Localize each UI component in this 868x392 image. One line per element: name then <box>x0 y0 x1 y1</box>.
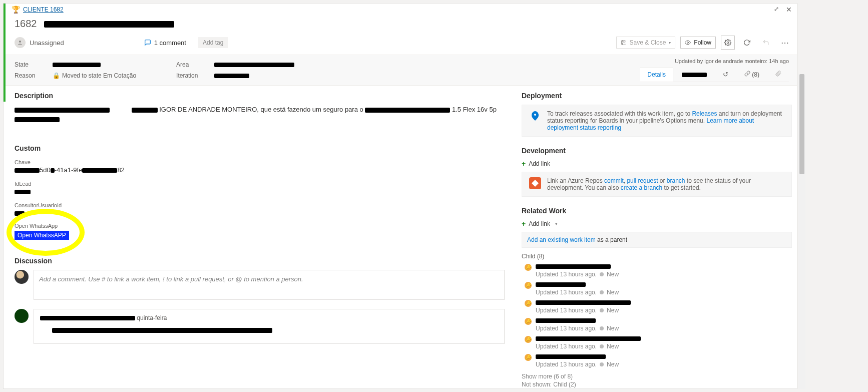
breadcrumb-link[interactable]: CLIENTE 1682 <box>23 6 64 13</box>
more-actions-button[interactable]: ⋯ <box>778 36 792 50</box>
svg-point-1 <box>687 42 689 44</box>
child-title[interactable] <box>536 263 619 270</box>
iteration-field[interactable]: Iteration <box>176 72 294 79</box>
consultor-value[interactable] <box>15 209 505 217</box>
open-whatsapp-highlight: Open WhatssApp Open WhatssAPP <box>15 217 85 245</box>
scrollbar[interactable] <box>798 74 805 389</box>
work-item-tabs: Details ↺ (8) <box>640 67 789 82</box>
key-icon: 🔑 <box>525 300 532 307</box>
user-avatar <box>15 270 29 284</box>
child-title[interactable] <box>536 317 619 324</box>
scrollbar-thumb[interactable] <box>799 74 804 174</box>
revert-button[interactable] <box>759 36 773 50</box>
commenter-avatar <box>15 309 29 323</box>
rocket-icon <box>529 110 541 122</box>
child-item[interactable]: 🔑Updated 13 hours ago, New <box>522 263 792 278</box>
state-value <box>53 61 101 68</box>
child-item[interactable]: 🔑Updated 13 hours ago, New <box>522 317 792 332</box>
save-icon <box>621 40 627 46</box>
work-item-title[interactable] <box>44 18 174 30</box>
branch-link[interactable]: branch <box>667 177 685 184</box>
child-subtitle: Updated 13 hours ago, New <box>536 343 641 350</box>
classification-bar: State Reason 🔒Moved to state Em Cotação … <box>4 55 797 86</box>
commit-link[interactable]: commit <box>604 177 624 184</box>
description-fragment-1: IGOR DE ANDRADE MONTEIRO, que está fazen… <box>159 106 363 113</box>
area-field[interactable]: Area <box>176 61 294 68</box>
refresh-icon <box>743 39 750 46</box>
child-subtitle: Updated 13 hours ago, New <box>536 361 619 368</box>
assignee-label: Unassigned <box>30 39 64 47</box>
chave-label: Chave <box>15 159 505 165</box>
area-label: Area <box>176 61 202 68</box>
maximize-icon[interactable]: ⤢ <box>774 6 779 14</box>
git-icon <box>529 177 541 189</box>
description-heading: Description <box>15 92 505 100</box>
child-item[interactable]: 🔑Updated 13 hours ago, New <box>522 281 792 296</box>
child-group-header: Child (8) <box>522 253 792 260</box>
assignee-picker[interactable]: Unassigned <box>15 37 64 48</box>
child-subtitle: Updated 13 hours ago, New <box>536 307 631 314</box>
key-icon: 🔑 <box>525 264 532 271</box>
chevron-down-icon: ▾ <box>555 221 558 226</box>
chave-value[interactable]: 5d0-41a1-9fe82 <box>15 166 505 174</box>
follow-button[interactable]: Follow <box>680 37 716 49</box>
reason-field[interactable]: Reason 🔒Moved to state Em Cotação <box>15 72 136 79</box>
state-dot-icon <box>600 362 604 366</box>
save-close-button[interactable]: Save & Close ▾ <box>616 37 676 49</box>
dev-text-3: to get started. <box>662 184 701 191</box>
child-item[interactable]: 🔑Updated 13 hours ago, New <box>522 353 792 368</box>
discussion-heading: Discussion <box>15 257 505 265</box>
child-subtitle: Updated 13 hours ago, New <box>536 325 619 332</box>
child-title[interactable] <box>536 335 641 342</box>
tab-second[interactable] <box>674 68 714 82</box>
child-item[interactable]: 🔑Updated 13 hours ago, New <box>522 299 792 314</box>
close-icon[interactable]: ✕ <box>786 6 792 14</box>
refresh-button[interactable] <box>740 36 754 50</box>
related-add-link[interactable]: + Add link ▾ <box>522 220 792 228</box>
show-more-link[interactable]: Show more (6 of 8) <box>522 373 792 380</box>
customize-button[interactable] <box>721 36 735 50</box>
custom-heading: Custom <box>15 144 505 152</box>
development-add-link[interactable]: + Add link <box>522 160 792 168</box>
add-tag-button[interactable]: Add tag <box>198 37 228 48</box>
addlink-label: Add link <box>529 160 550 167</box>
main-column: Description IGOR DE ANDRADE MONTEIRO, qu… <box>4 86 517 388</box>
idlead-value[interactable] <box>15 188 505 195</box>
tab-history[interactable]: ↺ <box>715 67 736 82</box>
lock-icon: 🔒 <box>53 72 60 79</box>
description-content[interactable]: IGOR DE ANDRADE MONTEIRO, que está fazen… <box>15 105 505 124</box>
add-existing-parent-link[interactable]: Add an existing work item <box>527 236 596 243</box>
releases-link[interactable]: Releases <box>692 110 717 117</box>
key-icon: 🔑 <box>525 336 532 343</box>
create-branch-link[interactable]: create a branch <box>621 184 662 191</box>
iteration-label: Iteration <box>176 72 202 79</box>
child-subtitle: Updated 13 hours ago, New <box>536 271 619 278</box>
comments-link[interactable]: 1 comment <box>144 39 186 47</box>
tab-links[interactable]: (8) <box>737 67 767 82</box>
development-heading: Development <box>522 147 792 155</box>
comment-icon <box>144 39 151 46</box>
svg-point-3 <box>534 114 536 116</box>
comment-timestamp: quinta-feira <box>137 314 167 321</box>
tab-details[interactable]: Details <box>640 68 673 82</box>
child-title[interactable] <box>536 281 619 288</box>
related-parent-hint: Add an existing work item as a parent <box>522 232 792 248</box>
child-title[interactable] <box>536 299 631 306</box>
trophy-icon: 🏆 <box>12 6 20 14</box>
pull-request-link[interactable]: pull request <box>627 177 658 184</box>
child-title[interactable] <box>536 353 619 360</box>
state-dot-icon <box>600 308 604 312</box>
plus-icon: + <box>522 160 526 168</box>
tab-attachments[interactable] <box>768 67 789 82</box>
related-work-heading: Related Work <box>522 207 792 215</box>
discussion-entry: quinta-feira <box>15 309 505 344</box>
key-icon: 🔑 <box>525 318 532 325</box>
state-field[interactable]: State <box>15 61 136 68</box>
header-meta-row: Unassigned 1 comment Add tag Save & Clos… <box>4 34 797 55</box>
open-whatsapp-button[interactable]: Open WhatssAPP <box>15 231 69 240</box>
window-controls: ⤢ ✕ <box>774 6 792 14</box>
comment-input[interactable]: Add a comment. Use # to link a work item… <box>34 270 505 300</box>
consultor-label: ConsultorUsuarioId <box>15 202 505 208</box>
child-item[interactable]: 🔑Updated 13 hours ago, New <box>522 335 792 350</box>
breadcrumb: 🏆 CLIENTE 1682 <box>12 6 64 14</box>
